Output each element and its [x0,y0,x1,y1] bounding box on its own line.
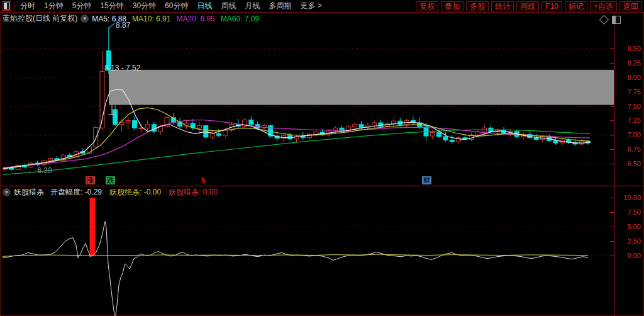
indicator-axis-label: 0.00 [619,252,641,259]
period-tab-周线[interactable]: 周线 [216,1,240,11]
candle-body[interactable] [94,127,98,147]
candle-body[interactable] [152,125,156,132]
toolbar-button-画线[interactable]: 画线 [516,1,539,11]
candle-body[interactable] [197,126,202,128]
candle-body[interactable] [249,120,253,124]
window-layout-icon[interactable] [2,1,11,11]
indicator-field: 妖股猎杀: 0.00 [169,188,218,196]
price-axis-label: 8.25 [619,59,641,67]
price-axis-label: 7.00 [619,131,641,138]
toolbar-button-F10[interactable]: F10 [541,1,562,11]
period-tab-30分钟[interactable]: 30分钟 [128,1,160,11]
period-tab-60分钟[interactable]: 60分钟 [160,1,192,11]
period-tab-分时[interactable]: 分时 [16,1,40,11]
high-price-annotation: 8.87 [116,21,130,30]
toolbar-button-多股[interactable]: 多股 [466,1,489,11]
indicator-field: 开盘幅度: -0.29 [50,188,102,196]
event-marker-跌[interactable]: 跌 [106,176,115,184]
collapse-chevron-icon[interactable]: ▾ [80,14,89,23]
period-tab-多周期[interactable]: 多周期 [264,1,296,11]
candle-body[interactable] [216,133,221,135]
ma-label: MA10: 6.91 [132,14,170,23]
candle-body[interactable] [443,137,448,140]
panel-split-icon[interactable] [612,16,621,24]
toolbar-button-标记[interactable]: 标记 [565,1,587,11]
candle-body[interactable] [126,120,130,122]
period-tab-日线[interactable]: 日线 [192,1,216,11]
indicator-name[interactable]: 妖股猎杀 [14,187,44,198]
indicator-values: 开盘幅度: -0.29妖股绝杀: -0.00妖股猎杀: 0.00 [50,187,225,198]
period-tab-15分钟[interactable]: 15分钟 [96,1,128,11]
candle-body[interactable] [353,125,357,127]
toolbar-button-叠加[interactable]: 叠加 [441,1,464,11]
candle-body[interactable] [450,140,454,142]
candle-body[interactable] [48,159,53,161]
event-marker-涨[interactable]: 涨 [86,176,95,184]
price-axis-label: 6.50 [619,160,641,167]
candle-body[interactable] [437,133,441,137]
price-axis-label: 7.50 [619,103,641,110]
indicator-axis-label: 2.50 [619,237,641,245]
price-axis-label: 6.75 [619,145,641,153]
sub-indicator-header: ▾ 妖股猎杀 开盘幅度: -0.29妖股绝杀: -0.00妖股猎杀: 0.00 [3,187,231,198]
event-marker-§[interactable]: § [200,176,206,184]
candle-body[interactable] [210,133,214,137]
stock-app-window: { "toolbar": { "periods": ["分时","1分钟","5… [0,0,644,316]
price-axis-label: 8.00 [619,74,641,81]
box-range-annotation: 8.13 - 7.52 [104,64,140,72]
candle-body[interactable] [372,123,377,125]
candle-body[interactable] [133,120,137,128]
period-tab-1分钟[interactable]: 1分钟 [40,1,68,11]
price-axis-label: 7.25 [619,116,641,124]
period-tabs: 分时1分钟5分钟15分钟30分钟60分钟日线周线月线多周期更多 > [16,1,326,11]
candle-body[interactable] [430,133,435,136]
toolbar-button-返回[interactable]: 返回 [619,1,642,11]
candle-body[interactable] [475,132,480,135]
candle-body[interactable] [223,130,228,135]
toolbar-button-复权[interactable]: 复权 [416,1,438,11]
candle-body[interactable] [301,137,305,138]
price-axis-label: 8.50 [619,45,641,52]
candle-body[interactable] [281,135,286,138]
measure-box-annotation[interactable] [109,70,614,105]
event-marker-财[interactable]: 财 [422,176,431,184]
toolbar-right-buttons: 复权叠加多股统计画线F10标记+自选返回 [413,1,644,11]
ma-label: MA60: 7.09 [221,14,259,23]
candle-body[interactable] [145,125,150,128]
chart-canvas[interactable] [0,0,644,316]
candle-body[interactable] [553,140,558,143]
period-tab-更多 >[interactable]: 更多 > [296,1,326,11]
price-axis-label: 7.75 [619,88,641,96]
candle-body[interactable] [359,125,364,128]
indicator-axis-label: 10.00 [619,194,641,201]
low-price-annotation: ← 6.38 [28,166,52,175]
period-tab-5分钟[interactable]: 5分钟 [68,1,96,11]
stock-title: 蓝焰控股(日线 前复权) [3,13,77,24]
candle-body[interactable] [113,110,118,125]
chart-title-row: 蓝焰控股(日线 前复权) ▾ MA5: 6.88MA10: 6.91MA20: … [3,13,265,24]
sub-collapse-chevron-icon[interactable]: ▾ [3,188,11,196]
candle-body[interactable] [204,126,208,137]
toolbar-divider [14,1,14,11]
indicator-axis-label: 7.50 [619,208,641,216]
top-toolbar: 分时1分钟5分钟15分钟30分钟60分钟日线周线月线多周期更多 > 复权叠加多股… [0,0,644,13]
indicator-axis-label: 5.00 [619,223,641,230]
period-tab-月线[interactable]: 月线 [240,1,264,11]
toolbar-button-+自选[interactable]: +自选 [590,1,617,11]
indicator-field: 妖股绝杀: -0.00 [109,188,161,196]
ma-line-MA20 [3,120,590,168]
annotation-line [109,23,114,28]
signal-bar [90,198,96,256]
ma-label: MA20: 6.95 [176,14,214,23]
toolbar-button-统计[interactable]: 统计 [491,1,514,11]
